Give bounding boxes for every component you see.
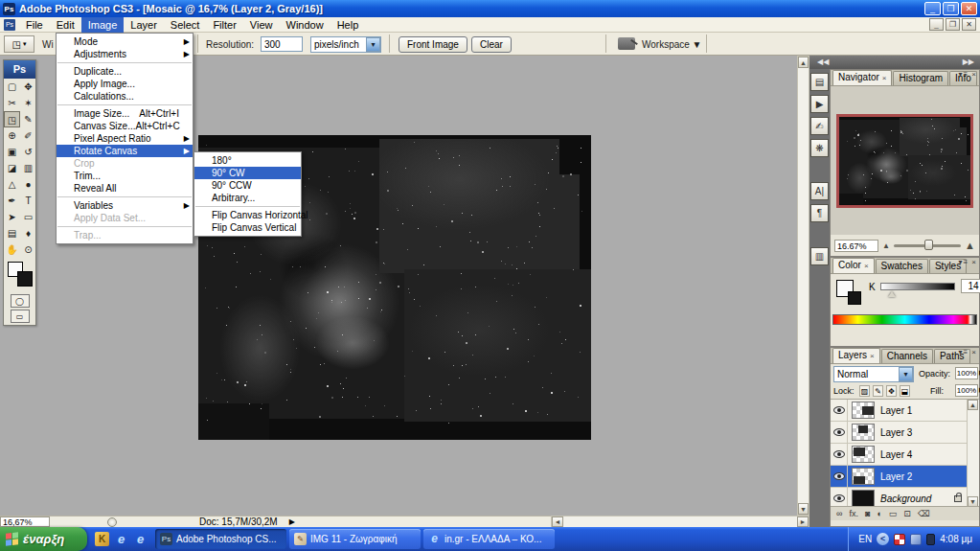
menu-item-canvas-size[interactable]: Canvas Size...Alt+Ctrl+C — [57, 120, 193, 132]
move-tool[interactable]: ✥ — [20, 79, 36, 95]
k-channel-slider[interactable] — [880, 283, 955, 290]
doc-close-button[interactable]: ✕ — [962, 18, 976, 31]
hand-tool[interactable]: ✋ — [4, 241, 20, 258]
lock-transparency-icon[interactable]: ▨ — [859, 385, 870, 397]
visibility-eye-icon[interactable] — [833, 494, 845, 502]
blur-tool[interactable]: △ — [4, 176, 20, 193]
status-flyout-arrow[interactable]: ▶ — [289, 517, 295, 526]
tab-color[interactable]: Color× — [832, 258, 875, 273]
actions-panel-icon[interactable]: ▶ — [810, 95, 829, 113]
scroll-right-icon[interactable]: ► — [797, 517, 809, 527]
go-to-bridge-icon[interactable] — [618, 37, 635, 50]
slider-thumb[interactable] — [924, 240, 933, 250]
gradient-tool[interactable]: ▥ — [20, 160, 36, 176]
taskbar-task-in-gr-ελλαδα-κο[interactable]: ein.gr - ΕΛΛΑΔΑ – ΚΟ... — [423, 529, 555, 549]
start-button[interactable]: έναρξη — [0, 527, 87, 551]
antivirus-tray-icon[interactable] — [894, 534, 905, 545]
scroll-left-icon[interactable]: ◄ — [552, 517, 563, 527]
k-value-field[interactable]: 14 — [961, 279, 980, 293]
layer-group-icon[interactable]: ▭ — [889, 509, 898, 518]
collapse-right-icon[interactable]: ▶▶ — [963, 56, 974, 68]
scroll-down-icon[interactable]: ▼ — [968, 496, 978, 506]
new-layer-icon[interactable]: ⊡ — [903, 509, 911, 518]
shape-tool[interactable]: ▭ — [20, 209, 36, 225]
minimize-button[interactable]: _ — [924, 2, 941, 15]
front-image-button[interactable]: Front Image — [399, 36, 467, 53]
resolution-unit-select[interactable]: pixels/inch ▾ — [310, 36, 381, 53]
history-brush-tool[interactable]: ↺ — [20, 144, 36, 160]
slice-tool[interactable]: ✎ — [20, 111, 36, 127]
hide-icons-chevron[interactable]: < — [877, 533, 889, 545]
internet-explorer-icon[interactable]: e — [114, 532, 128, 546]
k-slider-thumb[interactable] — [888, 291, 896, 297]
menu-layer[interactable]: Layer — [124, 17, 164, 33]
panel-menu-icon[interactable]: ▾≡ × — [958, 258, 977, 266]
clone-stamp-tool[interactable]: ▣ — [4, 144, 20, 160]
tray-icon[interactable] — [910, 534, 922, 545]
menu-image[interactable]: Image — [81, 17, 125, 33]
navigator-zoom-slider[interactable] — [894, 244, 961, 247]
menu-item-image-size[interactable]: Image Size...Alt+Ctrl+I — [57, 107, 193, 120]
healing-brush-tool[interactable]: ⊕ — [4, 127, 20, 144]
brush-tool[interactable]: ✐ — [20, 127, 36, 144]
crop-tool-preset[interactable]: ◳▾ — [4, 35, 34, 53]
doc-restore-button[interactable]: ❐ — [946, 18, 960, 31]
lock-pixels-icon[interactable]: ✎ — [873, 385, 883, 397]
toolbox-header[interactable]: Ps — [4, 60, 35, 79]
lasso-tool[interactable]: ✂ — [4, 95, 20, 111]
layer-thumbnail[interactable] — [852, 468, 875, 485]
menu-item-calculations[interactable]: Calculations... — [57, 90, 193, 103]
menu-item-adjustments[interactable]: Adjustments▶ — [57, 48, 193, 60]
menu-view[interactable]: View — [243, 17, 280, 33]
zoom-out-icon[interactable]: ▲ — [882, 241, 890, 250]
path-selection-tool[interactable]: ➤ — [4, 209, 20, 225]
doc-minimize-button[interactable]: _ — [929, 18, 944, 31]
opacity-field[interactable]: 100% — [955, 367, 978, 379]
menu-item-apply-image[interactable]: Apply Image... — [57, 78, 193, 90]
close-tab-icon[interactable]: × — [870, 352, 875, 360]
visibility-eye-icon[interactable] — [833, 428, 845, 436]
zoom-in-icon[interactable]: ▲ — [965, 240, 975, 251]
background-color-swatch[interactable] — [848, 291, 861, 305]
browser-icon[interactable]: e — [133, 532, 148, 546]
history-panel-icon[interactable]: ▤ — [810, 73, 829, 91]
menu-file[interactable]: File — [19, 17, 50, 33]
layer-row-layer-4[interactable]: Layer 4 — [831, 444, 979, 466]
eyedropper-tool[interactable]: ♦ — [20, 225, 36, 241]
layer-thumbnail[interactable] — [852, 446, 875, 463]
visibility-eye-icon[interactable] — [833, 450, 845, 458]
taskbar-task-adobe-photoshop-cs[interactable]: PsAdobe Photoshop CS... — [155, 529, 286, 549]
menu-item-trim[interactable]: Trim... — [57, 170, 193, 182]
submenu-item-flip-canvas-vertical[interactable]: Flip Canvas Vertical — [194, 221, 301, 234]
close-tab-icon[interactable]: × — [882, 74, 887, 82]
layer-row-layer-1[interactable]: Layer 1 — [831, 400, 979, 422]
panel-menu-icon[interactable]: ▾≡ × — [958, 70, 977, 79]
adjustment-layer-icon[interactable]: ◐ — [877, 509, 881, 518]
vertical-scrollbar[interactable]: ▲ ▼ — [797, 56, 809, 516]
navigator-zoom-field[interactable]: 16.67% — [834, 240, 878, 252]
menu-item-mode[interactable]: Mode▶ — [57, 35, 193, 48]
tab-swatches[interactable]: Swatches — [876, 259, 928, 273]
layer-comps-panel-icon[interactable]: ▥ — [810, 247, 829, 265]
language-indicator[interactable]: EN — [858, 534, 872, 544]
submenu-item-flip-canvas-horizontal[interactable]: Flip Canvas Horizontal — [194, 209, 301, 221]
paragraph-panel-icon[interactable]: ¶ — [810, 204, 829, 222]
color-spectrum-ramp[interactable] — [832, 314, 977, 325]
scroll-up-icon[interactable]: ▲ — [968, 400, 978, 410]
layer-thumbnail[interactable] — [852, 490, 875, 506]
navigator-proxy-view[interactable] — [836, 114, 973, 208]
eraser-tool[interactable]: ◪ — [4, 160, 20, 176]
visibility-eye-icon[interactable] — [833, 406, 845, 414]
tray-icon[interactable] — [926, 534, 935, 545]
tab-layers[interactable]: Layers× — [832, 348, 880, 363]
restore-button[interactable]: ❐ — [943, 2, 959, 15]
layers-scrollbar[interactable]: ▲ ▼ — [967, 400, 979, 506]
close-tab-icon[interactable]: × — [864, 262, 869, 270]
character-panel-icon[interactable]: A| — [810, 182, 829, 200]
scroll-down-icon[interactable]: ▼ — [798, 503, 809, 515]
scroll-up-icon[interactable]: ▲ — [798, 57, 809, 68]
menu-item-pixel-aspect-ratio[interactable]: Pixel Aspect Ratio▶ — [57, 132, 193, 145]
brushes-panel-icon[interactable]: ❋ — [810, 139, 829, 157]
submenu-item-90-ccw[interactable]: 90° CCW — [194, 179, 301, 192]
submenu-item-arbitrary[interactable]: Arbitrary... — [194, 192, 301, 204]
